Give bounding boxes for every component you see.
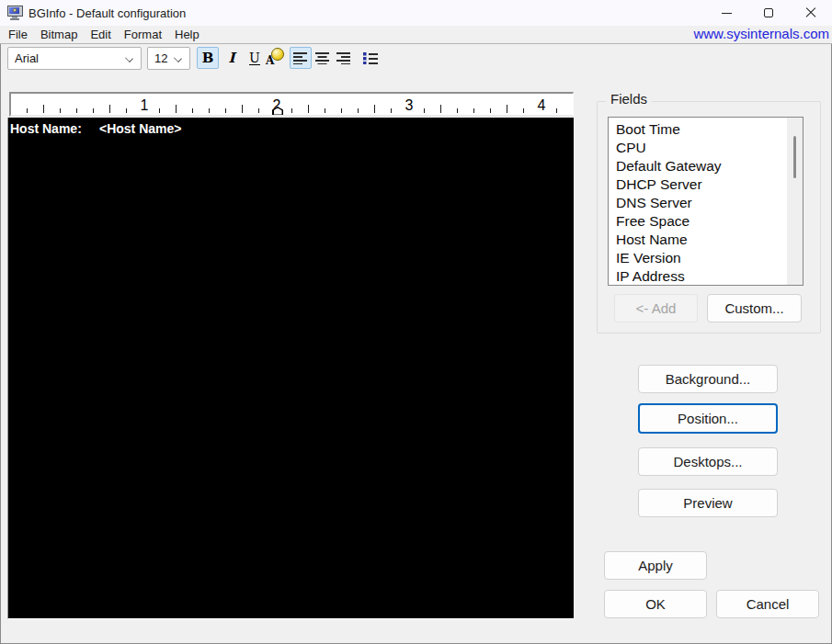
underline-icon: U <box>249 51 260 65</box>
font-size-select[interactable]: 12 <box>147 47 190 70</box>
font-family-select[interactable]: Arial <box>7 47 142 70</box>
align-center-button[interactable] <box>312 47 334 69</box>
apply-button[interactable]: Apply <box>604 551 707 580</box>
align-left-icon <box>293 51 308 64</box>
preview-field-value: <Host Name> <box>99 121 181 136</box>
chevron-down-icon <box>174 54 182 62</box>
window-title: BGInfo - Default configuration <box>28 6 186 20</box>
custom-fields-button[interactable]: Custom... <box>707 294 802 322</box>
wallpaper-text-editor[interactable]: Host Name: <Host Name> <box>7 118 575 619</box>
list-item[interactable]: Host Name <box>609 231 787 249</box>
font-size-value: 12 <box>154 51 167 65</box>
desktops-button[interactable]: Desktops... <box>638 447 778 476</box>
ruler-ticks <box>11 104 573 113</box>
font-color-icon: A <box>265 48 285 68</box>
listbox-scrollbar[interactable] <box>787 118 803 285</box>
align-center-icon <box>315 51 330 64</box>
underline-button[interactable]: U <box>244 47 266 69</box>
title-bar: BGInfo - Default configuration <box>0 0 832 26</box>
list-item[interactable]: IE Version <box>609 249 787 267</box>
background-button[interactable]: Background... <box>638 365 778 393</box>
sysinternals-link[interactable]: www.sysinternals.com <box>693 26 829 41</box>
list-item[interactable]: IP Address <box>609 267 787 286</box>
close-button[interactable] <box>790 0 832 26</box>
bullet-list-button[interactable] <box>359 47 382 69</box>
italic-icon: I <box>228 50 234 66</box>
list-item[interactable]: Free Space <box>609 212 787 231</box>
italic-button[interactable]: I <box>221 47 243 69</box>
ok-button[interactable]: OK <box>604 590 707 618</box>
list-item[interactable]: DNS Server <box>609 194 787 212</box>
menu-edit[interactable]: Edit <box>84 28 117 41</box>
scrollbar-thumb[interactable] <box>793 136 796 178</box>
maximize-button[interactable] <box>747 0 790 26</box>
ruler-number-3: 3 <box>402 97 417 114</box>
close-icon <box>805 7 816 18</box>
minimize-icon <box>722 13 732 14</box>
ruler: 1 2 3 4 <box>9 92 574 117</box>
list-item[interactable]: Default Gateway <box>609 157 787 175</box>
menu-file[interactable]: File <box>2 28 34 41</box>
preview-field-label: Host Name: <box>10 121 82 136</box>
minimize-button[interactable] <box>705 0 747 26</box>
list-item[interactable]: CPU <box>609 139 787 157</box>
menu-help[interactable]: Help <box>168 28 206 41</box>
ruler-number-1: 1 <box>137 97 153 114</box>
font-color-button[interactable]: A <box>264 47 286 69</box>
add-field-button[interactable]: <- Add <box>614 294 698 322</box>
preview-button[interactable]: Preview <box>638 489 778 517</box>
menu-bar: File Bitmap Edit Format Help www.sysinte… <box>0 26 832 44</box>
bold-icon: B <box>202 50 214 66</box>
align-left-button[interactable] <box>290 47 312 69</box>
bginfo-window: BGInfo - Default configuration File Bitm… <box>0 0 832 644</box>
font-family-value: Arial <box>15 51 39 65</box>
align-right-icon <box>336 51 351 64</box>
fields-listbox[interactable]: Boot Time CPU Default Gateway DHCP Serve… <box>608 117 804 286</box>
chevron-down-icon <box>125 54 133 62</box>
bold-button[interactable]: B <box>197 47 219 69</box>
menu-bitmap[interactable]: Bitmap <box>34 28 84 41</box>
app-icon <box>7 6 23 20</box>
position-button[interactable]: Position... <box>638 403 778 434</box>
align-right-button[interactable] <box>333 47 355 69</box>
ruler-number-4: 4 <box>534 97 550 114</box>
fields-group-title: Fields <box>606 91 652 107</box>
bullet-list-icon <box>363 51 378 64</box>
menu-format[interactable]: Format <box>118 28 168 41</box>
cancel-button[interactable]: Cancel <box>716 590 819 618</box>
list-item[interactable]: Boot Time <box>609 120 787 139</box>
list-item[interactable]: DHCP Server <box>609 175 787 194</box>
maximize-icon <box>764 8 773 17</box>
